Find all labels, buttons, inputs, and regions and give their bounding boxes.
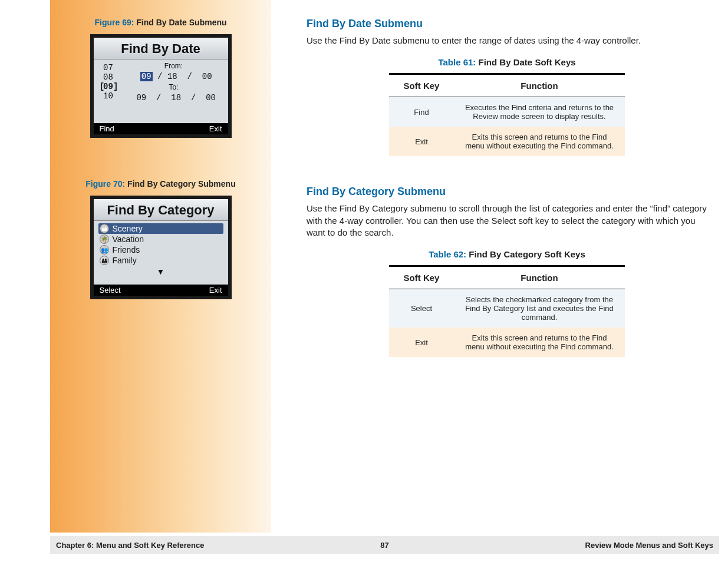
th-function: Function	[454, 266, 625, 289]
screen2-title: Find By Category	[94, 199, 228, 221]
wheel-row: 08	[97, 72, 120, 82]
screen-find-by-date: Find By Date 07 08 [09] 10 From: 09 / 18…	[90, 34, 232, 138]
cell-func: Selects the checkmarked category from th…	[454, 289, 625, 328]
figure70-label: Figure 70:	[85, 179, 125, 189]
table-header-row: Soft Key Function	[389, 74, 625, 97]
screen-find-by-category: Find By Category 🏔 Scenery 🌴 Vacation 👥 …	[90, 196, 232, 299]
wheel-row-selected: [09]	[97, 82, 120, 91]
th-softkey: Soft Key	[389, 266, 454, 289]
wheel-row: 10	[97, 91, 120, 101]
th-softkey: Soft Key	[389, 74, 454, 97]
category-icon: 🏔	[100, 224, 109, 233]
table-row: Exit Exits this screen and returns to th…	[389, 127, 625, 156]
figure69-label: Figure 69:	[94, 18, 134, 27]
section1-text: Use the Find By Date submenu to enter th…	[307, 35, 707, 47]
screen1-footer: Find Exit	[94, 123, 228, 134]
chevron-down-icon: ▼	[98, 267, 223, 276]
cell-key: Select	[389, 289, 454, 328]
category-row: 👪 Family	[98, 255, 223, 266]
cell-key: Find	[389, 97, 454, 127]
footer-page-number: 87	[380, 541, 388, 550]
cell-key: Exit	[389, 127, 454, 156]
category-label: Family	[113, 256, 137, 265]
figure70-title: Find By Category Submenu	[127, 179, 236, 189]
category-row-selected: 🏔 Scenery	[98, 223, 223, 234]
softkey-exit: Exit	[209, 286, 222, 295]
th-function: Function	[454, 74, 625, 97]
wheel-row: 07	[97, 63, 120, 72]
sidebar: Figure 69: Find By Date Submenu Find By …	[50, 0, 271, 533]
from-date: 09 / 18 / 00	[123, 70, 225, 83]
cell-key: Exit	[389, 328, 454, 357]
category-label: Scenery	[113, 224, 143, 233]
date-wheel: 07 08 [09] 10	[97, 61, 120, 122]
screen1-body: 07 08 [09] 10 From: 09 / 18 / 00 To:	[94, 59, 228, 123]
page-footer: Chapter 6: Menu and Soft Key Reference 8…	[50, 536, 719, 554]
category-label: Vacation	[113, 234, 144, 244]
table-row: Select Selects the checkmarked category …	[389, 289, 625, 328]
cell-func: Exits this screen and returns to the Fin…	[454, 127, 625, 156]
table61-title: Find By Date Soft Keys	[479, 57, 576, 67]
from-day: 18	[167, 72, 177, 81]
table62: Soft Key Function Select Selects the che…	[389, 265, 625, 357]
category-icon: 👥	[100, 245, 109, 254]
category-row: 👥 Friends	[98, 244, 223, 255]
main-content: Find By Date Submenu Use the Find By Dat…	[271, 0, 728, 533]
screen1-title: Find By Date	[94, 38, 228, 59]
section2-text: Use the Find By Category submenu to scro…	[307, 203, 707, 239]
to-month: 09	[136, 93, 146, 103]
date-fields: From: 09 / 18 / 00 To: 09 / 18 /	[120, 61, 225, 122]
section1-title: Find By Date Submenu	[307, 18, 707, 30]
figure69-title: Find By Date Submenu	[136, 18, 226, 27]
category-row: 🌴 Vacation	[98, 234, 223, 244]
figure70-caption: Figure 70: Find By Category Submenu	[62, 179, 259, 189]
figure69-caption: Figure 69: Find By Date Submenu	[62, 18, 259, 27]
page: Figure 69: Find By Date Submenu Find By …	[0, 0, 728, 533]
from-label: From:	[123, 62, 225, 70]
softkey-select: Select	[100, 286, 121, 295]
cell-func: Exits this screen and returns to the Fin…	[454, 328, 625, 357]
from-year: 00	[202, 72, 212, 81]
table-header-row: Soft Key Function	[389, 266, 625, 289]
section-find-by-category: Find By Category Submenu Use the Find By…	[307, 186, 707, 357]
table61-label: Table 61:	[438, 57, 476, 67]
to-label: To:	[123, 83, 225, 91]
table-row: Exit Exits this screen and returns to th…	[389, 328, 625, 357]
table62-title: Find By Category Soft Keys	[469, 249, 585, 259]
softkey-exit: Exit	[209, 124, 222, 133]
to-day: 18	[171, 93, 181, 103]
to-date: 09 / 18 / 00	[123, 91, 225, 104]
from-month: 09	[140, 72, 153, 81]
section2-title: Find By Category Submenu	[307, 186, 707, 198]
table61-caption: Table 61: Find By Date Soft Keys	[307, 57, 707, 67]
section-find-by-date: Find By Date Submenu Use the Find By Dat…	[307, 18, 707, 156]
softkey-find: Find	[100, 124, 114, 133]
table61: Soft Key Function Find Executes the Find…	[389, 73, 625, 156]
footer-left: Chapter 6: Menu and Soft Key Reference	[56, 541, 204, 550]
table-row: Find Executes the Find criteria and retu…	[389, 97, 625, 127]
table62-label: Table 62:	[429, 249, 466, 259]
category-icon: 👪	[100, 256, 109, 265]
screen2-footer: Select Exit	[94, 285, 228, 296]
to-year: 00	[206, 93, 216, 103]
footer-right: Review Mode Menus and Soft Keys	[585, 541, 713, 550]
category-label: Friends	[113, 245, 140, 254]
cell-func: Executes the Find criteria and returns t…	[454, 97, 625, 127]
category-icon: 🌴	[100, 234, 109, 244]
screen2-body: 🏔 Scenery 🌴 Vacation 👥 Friends 👪 Family …	[94, 221, 228, 285]
table62-caption: Table 62: Find By Category Soft Keys	[307, 249, 707, 259]
